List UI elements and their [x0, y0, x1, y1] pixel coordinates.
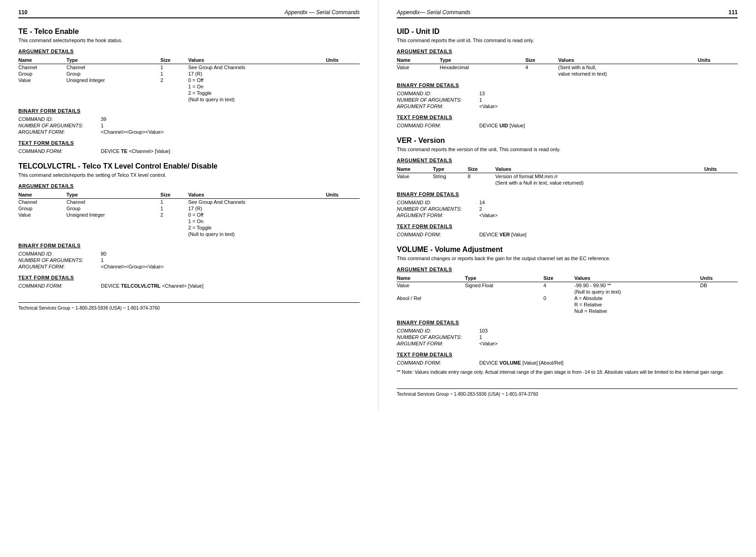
uid-command-id: Command ID: 13 [397, 91, 738, 96]
table-row: (Sent with a Null in text, value returne… [397, 180, 738, 186]
telco-arg-details-label: ARGUMENT DETAILS [18, 183, 360, 189]
table-row: Channel Channel 1 See Group And Channels [18, 64, 360, 71]
left-footer-text: Technical Services Group ~ 1-800-283-593… [18, 306, 160, 311]
table-row: Absol / Rel 0 A = Absolute [397, 295, 738, 301]
table-row: Value String 8 Version of format MM.mm.r… [397, 173, 738, 180]
table-row: 1 = On [18, 83, 360, 90]
left-page-footer: Technical Services Group ~ 1-800-283-593… [18, 302, 360, 311]
right-page-header: Appendix— Serial Commands 111 [397, 9, 738, 18]
table-row: Value Hexadecimal 4 (Sent with a Null, [397, 64, 738, 71]
ver-section: VER - Version This command reports the v… [397, 137, 738, 237]
right-footer-text: Technical Services Group ~ 1-800-283-593… [397, 392, 538, 397]
uid-col-values: Values [558, 57, 698, 64]
te-col-values: Values [188, 57, 326, 64]
right-page-footer: Technical Services Group ~ 1-800-283-593… [397, 388, 738, 397]
ver-arg-details-label: ARGUMENT DETAILS [397, 158, 738, 163]
te-arg-table: Name Type Size Values Units Channel Chan… [18, 57, 360, 103]
telco-col-name: Name [18, 191, 66, 199]
volume-col-units: Units [700, 275, 738, 282]
telco-text-form-label: TEXT FORM DETAILS [18, 275, 360, 280]
ver-col-size: Size [468, 166, 495, 173]
volume-note: ** Note: Values indicate entry range onl… [397, 369, 738, 375]
volume-binary-label: BINARY FORM DETAILS [397, 320, 738, 325]
volume-col-type: Type [465, 275, 543, 282]
telco-col-size: Size [160, 191, 188, 199]
telco-arg-form: Argument Form: <Channel><Group><Value> [18, 264, 360, 269]
telco-command-id: Command ID: 80 [18, 251, 360, 257]
telco-section: TELCOLVLCTRL - Telco TX Level Control En… [18, 162, 360, 289]
te-arg-form: Argument Form: <Channel><Group><Value> [18, 129, 360, 135]
uid-col-size: Size [525, 57, 558, 64]
table-row: Null = Relative [397, 308, 738, 314]
ver-num-args: Number of Arguments: 2 [397, 206, 738, 212]
volume-arg-table: Name Type Size Values Units Value Signed… [397, 275, 738, 314]
table-row: Value Unsigned Integer 2 0 = Off [18, 77, 360, 83]
te-title: TE - Telco Enable [18, 27, 360, 36]
ver-command-id: Command ID: 14 [397, 200, 738, 205]
volume-num-args: Number of Arguments: 1 [397, 334, 738, 340]
telco-col-values: Values [188, 191, 326, 199]
telco-col-type: Type [66, 191, 160, 199]
ver-arg-form: Argument Form: <Value> [397, 213, 738, 218]
table-row: Group Group 1 17 (R) [18, 205, 360, 212]
uid-binary-label: BINARY FORM DETAILS [397, 82, 738, 88]
uid-num-args: Number of Arguments: 1 [397, 97, 738, 103]
left-page: 110 Appendix — Serial Commands TE - Telc… [0, 0, 378, 410]
volume-text-form-label: TEXT FORM DETAILS [397, 352, 738, 357]
te-text-form-label: TEXT FORM DETAILS [18, 140, 360, 146]
volume-col-name: Name [397, 275, 465, 282]
volume-command-form: Command Form: DEVICE VOLUME [Value] [Abs… [397, 360, 738, 366]
table-row: (Null to query in text) [18, 231, 360, 237]
ver-arg-table: Name Type Size Values Units Value String… [397, 166, 738, 186]
te-desc: This command selects/reports the hook st… [18, 38, 360, 43]
te-num-args: Number of Arguments: 1 [18, 123, 360, 128]
te-command-id: Command ID: 39 [18, 116, 360, 122]
table-row: value returned in text) [397, 71, 738, 77]
table-row: 1 = On [18, 218, 360, 224]
telco-title: TELCOLVLCTRL - Telco TX Level Control En… [18, 162, 360, 170]
telco-command-form: Command Form: DEVICE TELCOLVLCTRL <Chann… [18, 283, 360, 289]
ver-title: VER - Version [397, 137, 738, 145]
te-col-type: Type [66, 57, 160, 64]
ver-col-name: Name [397, 166, 433, 173]
table-row: Channel Channel 1 See Group And Channels [18, 199, 360, 206]
volume-col-size: Size [543, 275, 575, 282]
uid-desc: This command reports the unit id. This c… [397, 38, 738, 43]
left-page-number: 110 [18, 9, 27, 16]
te-col-size: Size [160, 57, 188, 64]
right-page-number: 111 [729, 9, 738, 16]
ver-col-type: Type [433, 166, 468, 173]
uid-arg-details-label: ARGUMENT DETAILS [397, 49, 738, 54]
ver-text-form-label: TEXT FORM DETAILS [397, 224, 738, 229]
telco-arg-table: Name Type Size Values Units Channel Chan… [18, 191, 360, 237]
table-row: R = Relative [397, 301, 738, 308]
uid-col-units: Units [698, 57, 738, 64]
te-arg-details-label: ARGUMENT DETAILS [18, 49, 360, 54]
table-row: Value Signed Float 4 -99.90 - 99.90 ** D… [397, 282, 738, 289]
ver-binary-label: BINARY FORM DETAILS [397, 191, 738, 197]
ver-col-values: Values [495, 166, 704, 173]
telco-num-args: Number of Arguments: 1 [18, 257, 360, 263]
uid-col-type: Type [440, 57, 526, 64]
volume-command-id: Command ID: 103 [397, 328, 738, 333]
left-page-title: Appendix — Serial Commands [285, 9, 360, 16]
volume-section: VOLUME - Volume Adjustment This command … [397, 246, 738, 375]
left-page-header: 110 Appendix — Serial Commands [18, 9, 360, 18]
table-row: 2 = Toggle [18, 90, 360, 96]
table-row: Value Unsigned Integer 2 0 = Off [18, 212, 360, 218]
ver-col-units: Units [704, 166, 738, 173]
te-col-name: Name [18, 57, 66, 64]
te-command-form: Command Form: DEVICE TE <Channel> [Value… [18, 148, 360, 154]
table-row: 2 = Toggle [18, 224, 360, 231]
volume-title: VOLUME - Volume Adjustment [397, 246, 738, 254]
volume-col-values: Values [575, 275, 700, 282]
uid-command-form: Command Form: DEVICE UID [Value] [397, 123, 738, 128]
volume-arg-details-label: ARGUMENT DETAILS [397, 267, 738, 272]
volume-desc: This command changes or reports back the… [397, 256, 738, 261]
uid-col-name: Name [397, 57, 440, 64]
uid-text-form-label: TEXT FORM DETAILS [397, 115, 738, 120]
right-page-title: Appendix— Serial Commands [397, 9, 471, 16]
volume-arg-form: Argument Form: <Value> [397, 341, 738, 346]
ver-command-form: Command Form: DEVICE VER [Value] [397, 232, 738, 237]
uid-arg-form: Argument Form: <Value> [397, 104, 738, 109]
